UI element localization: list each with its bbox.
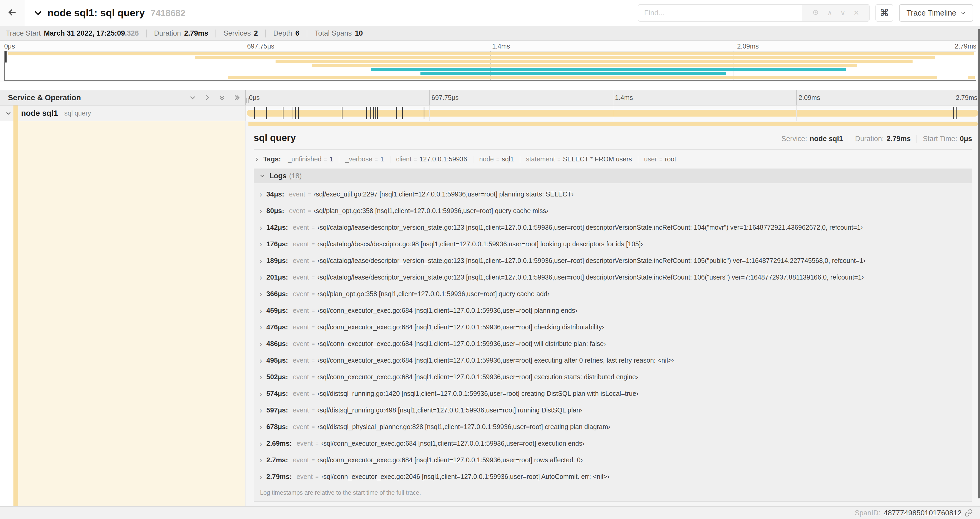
chevron-right-icon: › [259, 356, 262, 365]
back-button[interactable] [0, 0, 25, 26]
log-field-value: ‹sql/conn_executor_exec.go:684 [nsql1,cl… [317, 307, 578, 315]
logs-header[interactable]: Logs (18) [254, 169, 972, 183]
summary-value: 2 [254, 29, 258, 37]
chevron-right-icon: › [259, 423, 262, 431]
top-bar: node sql1: sql query 7418682 ∧ ∨ ✕ ⌘ Tra… [0, 0, 980, 26]
log-field-name: event [289, 207, 305, 215]
log-entry-row[interactable]: ›459μs:event=‹sql/conn_executor_exec.go:… [259, 302, 972, 319]
log-tick-marker [953, 107, 954, 119]
summary-divider [215, 30, 216, 37]
log-field-name: event [293, 373, 309, 381]
collapse-one-icon[interactable] [189, 94, 196, 101]
logs-footer-note: Log timestamps are relative to the start… [259, 485, 972, 497]
tag-equals: = [496, 156, 500, 163]
minimap-span-bar [312, 64, 858, 67]
log-entry-row[interactable]: ›574μs:event=‹sql/distsql_running.go:142… [259, 385, 972, 402]
collapse-controls [189, 94, 240, 101]
log-tick-marker [377, 107, 378, 119]
tag-divider [520, 156, 520, 163]
span-duration-bar[interactable] [247, 110, 978, 117]
log-timestamp: 678μs: [266, 423, 288, 431]
viewport-left-handle[interactable] [5, 51, 6, 62]
chevron-down-icon[interactable] [5, 110, 11, 116]
span-row[interactable]: node sql1 sql query [0, 105, 980, 121]
log-entry-row[interactable]: ›495μs:event=‹sql/conn_executor_exec.go:… [259, 352, 972, 369]
log-tick-marker [373, 107, 374, 119]
overview-divider [916, 135, 917, 143]
tags-accordian[interactable]: Tags: _unfinished=1_verbose=1client=127.… [254, 155, 972, 163]
axis-gridline [796, 90, 797, 105]
log-field-name: event [293, 340, 309, 348]
tag-value: 1 [329, 155, 333, 163]
column-resizer[interactable] [246, 98, 249, 103]
tag-divider [390, 156, 390, 163]
trace-title-group: node sql1: sql query 7418682 [34, 7, 186, 19]
log-entry-row[interactable]: ›678μs:event=‹sql/distsql_physical_plann… [259, 418, 972, 435]
log-entry-row[interactable]: ›2.7ms:event=‹sql/conn_executor_exec.go:… [259, 452, 972, 468]
log-equals: = [312, 224, 315, 231]
span-bar-cell[interactable] [246, 105, 980, 121]
log-field-value: ‹sql/catalog/lease/descriptor_version_st… [317, 257, 865, 265]
expand-one-icon[interactable] [204, 94, 211, 101]
find-input[interactable] [638, 5, 802, 21]
log-entry-row[interactable]: ›486μs:event=‹sql/conn_executor_exec.go:… [259, 335, 972, 352]
chevron-down-icon[interactable] [34, 8, 43, 18]
overview-label: Service: [781, 135, 807, 143]
minimap-canvas[interactable] [4, 51, 976, 81]
log-field-value: ‹sql/conn_executor_exec.go:684 [nsql1,cl… [317, 373, 638, 381]
log-equals: = [312, 241, 315, 248]
log-entry-row[interactable]: ›597μs:event=‹sql/distsql_running.go:498… [259, 402, 972, 418]
service-operation-title: Service & Operation [8, 93, 81, 102]
keyboard-shortcuts-button[interactable]: ⌘ [875, 4, 893, 22]
chevron-down-icon [961, 10, 966, 16]
log-entry-row[interactable]: ›189μs:event=‹sql/catalog/lease/descript… [259, 252, 972, 269]
log-entry-row[interactable]: ›2.79ms:event=‹sql/conn_executor_exec.go… [259, 468, 972, 485]
span-id-value: 4877749850101760812 [884, 509, 962, 517]
collapse-all-icon[interactable] [218, 94, 226, 101]
log-equals: = [312, 324, 315, 331]
span-name-cell[interactable]: node sql1 sql query [0, 105, 246, 121]
scrollbar-thumb[interactable] [978, 29, 980, 498]
tag-key: _verbose [345, 155, 372, 163]
log-entry-row[interactable]: ›34μs:event=‹sql/exec_util.go:2297 [nsql… [259, 186, 972, 203]
log-equals: = [312, 291, 315, 297]
detail-span-bar [248, 122, 978, 126]
chevron-right-icon: › [259, 256, 262, 265]
log-timestamp: 476μs: [266, 323, 288, 331]
span-color-stripe [13, 121, 18, 506]
overview-value: 2.79ms [886, 135, 911, 143]
log-field-value: ‹sql/conn_executor_exec.go:684 [nsql1,cl… [317, 456, 583, 464]
chevron-down-icon[interactable]: ∨ [840, 10, 846, 17]
log-equals: = [312, 258, 315, 264]
log-entry-row[interactable]: ›2.69ms:event=‹sql/conn_executor_exec.go… [259, 435, 972, 452]
arrow-left-icon [7, 7, 18, 19]
summary-divider [307, 30, 307, 37]
log-equals: = [312, 424, 315, 430]
chevron-up-icon[interactable]: ∧ [827, 10, 832, 17]
close-icon[interactable]: ✕ [853, 10, 859, 17]
log-equals: = [312, 308, 315, 314]
overview-value: 0μs [960, 135, 972, 143]
log-field-name: event [293, 224, 309, 231]
span-detail-panel: sql query Service:node sql1Duration:2.79… [246, 121, 980, 506]
log-field-name: event [293, 390, 309, 398]
summary-value: 10 [355, 29, 363, 37]
tag-value: root [665, 155, 676, 163]
log-entry-row[interactable]: ›366μs:event=‹sql/plan_opt.go:358 [nsql1… [259, 286, 972, 302]
log-entry-row[interactable]: ›176μs:event=‹sql/catalog/descs/descript… [259, 236, 972, 252]
service-operation-header: Service & Operation [0, 90, 246, 105]
log-entry-row[interactable]: ›142μs:event=‹sql/catalog/lease/descript… [259, 219, 972, 236]
locate-icon[interactable] [812, 9, 819, 18]
trace-id: 7418682 [151, 8, 186, 18]
tags-label: Tags: [263, 155, 281, 163]
log-tick-marker [402, 107, 403, 119]
view-selector-button[interactable]: Trace Timeline [899, 4, 973, 22]
log-tick-marker [342, 107, 342, 119]
log-entry-row[interactable]: ›201μs:event=‹sql/catalog/lease/descript… [259, 269, 972, 286]
log-entry-row[interactable]: ›476μs:event=‹sql/conn_executor_exec.go:… [259, 319, 972, 335]
expand-all-icon[interactable] [233, 94, 240, 101]
log-timestamp: 2.7ms: [266, 456, 288, 464]
log-entry-row[interactable]: ›502μs:event=‹sql/conn_executor_exec.go:… [259, 369, 972, 385]
link-icon[interactable] [965, 509, 973, 517]
log-entry-row[interactable]: ›80μs:event=‹sql/plan_opt.go:358 [nsql1,… [259, 203, 972, 219]
